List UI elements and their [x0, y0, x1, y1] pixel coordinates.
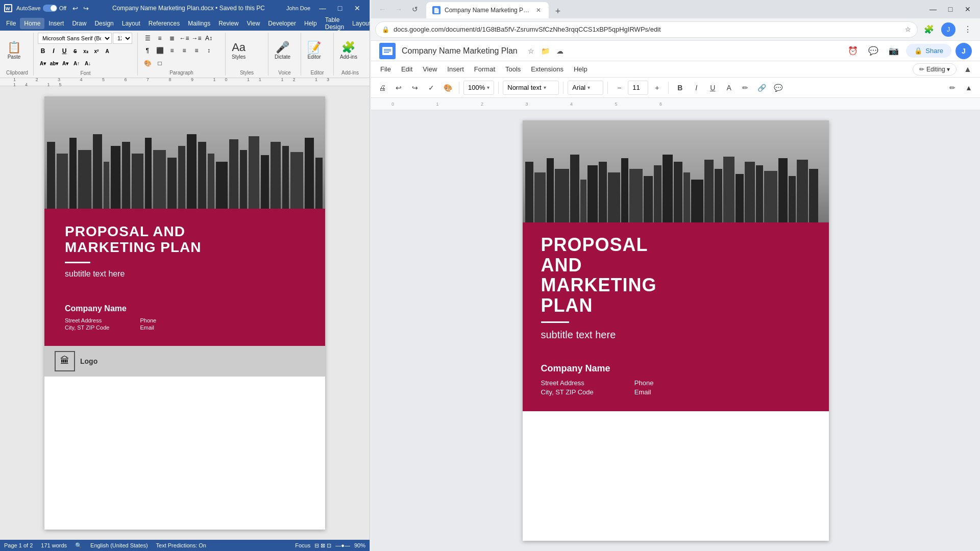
font-family-selector[interactable]: Microsoft Sans Serif (Body)	[38, 33, 112, 44]
gdocs-edit-mode-btn[interactable]: ✏	[945, 81, 960, 95]
gdocs-chat-button[interactable]: 💬	[865, 43, 881, 59]
gdocs-menu-file[interactable]: File	[375, 63, 396, 75]
menu-mailings[interactable]: Mailings	[184, 18, 214, 29]
menu-design[interactable]: Design	[90, 18, 117, 29]
word-maximize-button[interactable]: □	[332, 2, 348, 14]
numbering-button[interactable]: ≡	[154, 33, 165, 44]
styles-button[interactable]: Aa Styles	[230, 36, 248, 66]
gdocs-italic-btn[interactable]: I	[689, 81, 703, 95]
gdocs-font-size-input[interactable]: 11	[628, 81, 648, 95]
font-color-button[interactable]: A▾	[38, 58, 48, 68]
spell-check-icon[interactable]: 🔍	[75, 542, 82, 549]
gdocs-style-selector[interactable]: Normal text ▾	[503, 81, 559, 95]
zoom-level[interactable]: 90%	[354, 542, 365, 548]
gdocs-comment-btn[interactable]: 💬	[771, 81, 785, 95]
tab-close-button[interactable]: ✕	[534, 6, 543, 14]
chrome-profile[interactable]: J	[940, 21, 957, 38]
menu-insert[interactable]: Insert	[44, 18, 68, 29]
menu-home[interactable]: Home	[20, 18, 44, 29]
editor-button[interactable]: 📝 Editor	[305, 36, 323, 66]
addins-button[interactable]: 🧩 Add-ins	[338, 36, 359, 66]
shading-button[interactable]: 🎨	[142, 58, 153, 69]
gdocs-print-btn[interactable]: 🖨	[375, 81, 389, 95]
superscript-button[interactable]: x²	[91, 46, 102, 56]
line-spacing-button[interactable]: ↕	[203, 45, 214, 56]
paste-button[interactable]: 📋 Paste	[5, 36, 23, 66]
chrome-close-button[interactable]: ✕	[960, 2, 976, 16]
gdocs-spell-btn[interactable]: ✓	[424, 81, 438, 95]
gdocs-increase-font-btn[interactable]: +	[650, 81, 664, 95]
menu-layout[interactable]: Layout	[118, 18, 144, 29]
menu-draw[interactable]: Draw	[68, 18, 90, 29]
gdocs-editing-button[interactable]: ✏ Editing ▾	[913, 63, 957, 76]
gdocs-user-avatar[interactable]: J	[955, 43, 972, 59]
chrome-minimize-button[interactable]: —	[925, 2, 941, 16]
underline-button[interactable]: U	[59, 46, 69, 56]
menu-review[interactable]: Review	[214, 18, 242, 29]
increase-font-button[interactable]: A↑	[71, 58, 82, 68]
gdocs-doc-area[interactable]: + Company Name	[371, 110, 980, 551]
highlight-color-button[interactable]: ab▾	[49, 58, 59, 68]
gdocs-toolbar-toggle[interactable]: ▲	[960, 61, 976, 78]
gdocs-underline-btn[interactable]: U	[705, 81, 720, 95]
gdocs-decrease-font-btn[interactable]: −	[612, 81, 626, 95]
refresh-button[interactable]: ↺	[408, 2, 422, 16]
gdocs-menu-view[interactable]: View	[418, 63, 442, 75]
redo-button[interactable]: ↪	[81, 4, 91, 13]
new-tab-button[interactable]: +	[551, 4, 565, 18]
decrease-font-button[interactable]: A↓	[83, 58, 93, 68]
borders-button[interactable]: □	[154, 58, 165, 69]
gdocs-cloud-button[interactable]: ☁	[554, 45, 566, 57]
word-doc-area[interactable]: PROPOSAL AND MARKETING PLAN subtitle tex…	[0, 86, 370, 540]
gdocs-zoom-selector[interactable]: 100% ▾	[463, 81, 494, 95]
gdocs-menu-tools[interactable]: Tools	[500, 63, 526, 75]
gdocs-move-button[interactable]: 📁	[540, 45, 551, 57]
gdocs-bold-btn[interactable]: B	[673, 81, 687, 95]
strikethrough-button[interactable]: S̶	[70, 46, 80, 56]
gdocs-menu-insert[interactable]: Insert	[442, 63, 469, 75]
italic-button[interactable]: I	[48, 46, 59, 56]
chrome-active-tab[interactable]: 📄 Company Name Marketing Pla... ✕	[426, 2, 549, 18]
back-button[interactable]: ←	[375, 2, 389, 16]
chrome-maximize-button[interactable]: □	[942, 2, 959, 16]
gdocs-call-button[interactable]: 📷	[886, 43, 902, 59]
decrease-indent-button[interactable]: ←≡	[179, 33, 190, 44]
menu-developer[interactable]: Developer	[264, 18, 300, 29]
text-effect-button[interactable]: A▾	[60, 58, 70, 68]
justify-button[interactable]: ≡	[191, 45, 202, 56]
dictate-button[interactable]: 🎤 Dictate	[273, 36, 292, 66]
menu-view[interactable]: View	[243, 18, 264, 29]
bookmark-icon[interactable]: ☆	[905, 26, 911, 33]
forward-button[interactable]: →	[391, 2, 406, 16]
gdocs-menu-edit[interactable]: Edit	[396, 63, 418, 75]
menu-file[interactable]: File	[2, 18, 20, 29]
gdocs-color-btn[interactable]: A	[722, 81, 736, 95]
font-size-selector[interactable]: 12	[113, 33, 132, 44]
autosave-toggle[interactable]	[43, 5, 57, 12]
undo-button[interactable]: ↩	[70, 4, 80, 13]
menu-references[interactable]: References	[144, 18, 184, 29]
gdocs-menu-extensions[interactable]: Extensions	[526, 63, 569, 75]
gdocs-link-btn[interactable]: 🔗	[754, 81, 769, 95]
gdocs-history-button[interactable]: ⏰	[845, 43, 861, 59]
clear-format-button[interactable]: A	[102, 46, 112, 56]
gdocs-share-button[interactable]: 🔒 Share	[906, 44, 951, 58]
gdocs-redo-btn[interactable]: ↪	[408, 81, 422, 95]
menu-help[interactable]: Help	[300, 18, 321, 29]
zoom-slider[interactable]: —●—	[335, 542, 350, 548]
increase-indent-button[interactable]: →≡	[191, 33, 202, 44]
multilevel-list-button[interactable]: ≣	[166, 33, 178, 44]
align-left-button[interactable]: ⬛	[154, 45, 165, 56]
bold-button[interactable]: B	[38, 46, 48, 56]
gdocs-paint-btn[interactable]: 🎨	[440, 81, 455, 95]
align-right-button[interactable]: ≡	[179, 45, 190, 56]
show-marks-button[interactable]: ¶	[142, 45, 153, 56]
extensions-button[interactable]: 🧩	[921, 21, 937, 38]
word-close-button[interactable]: ✕	[349, 2, 365, 14]
address-bar[interactable]: 🔒 docs.google.com/document/d/1G8tBa5fV-Z…	[375, 21, 918, 38]
gdocs-highlight-btn[interactable]: ✏	[738, 81, 752, 95]
gdocs-star-button[interactable]: ☆	[526, 45, 537, 57]
gdocs-more-btn[interactable]: ▲	[962, 81, 976, 95]
word-minimize-button[interactable]: —	[314, 2, 331, 14]
menu-tabledesign[interactable]: Table Design	[321, 14, 348, 33]
